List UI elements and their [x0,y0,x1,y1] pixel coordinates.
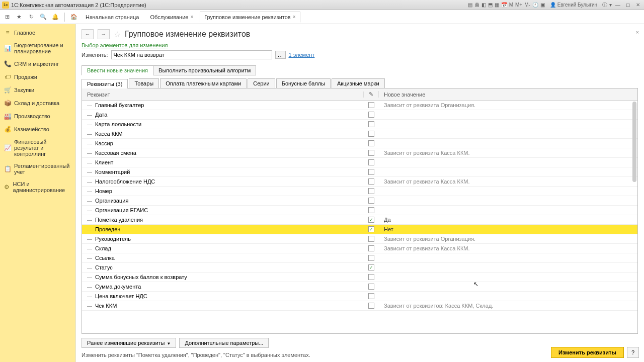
table-row[interactable]: —Организация [82,196,637,206]
sidebar-item[interactable]: 📦Склад и доставка [0,97,75,110]
table-row[interactable]: —Главный бухгалтерЗависит от реквизита О… [82,101,637,110]
col-header-name[interactable]: Реквизит [82,92,364,98]
apply-button[interactable]: Изменить реквизиты [551,347,624,358]
prev-changed-button[interactable]: Ранее изменявшие реквизиты▼ [82,338,176,348]
table-row[interactable]: —Касса ККМ [82,129,637,139]
favorite-icon[interactable]: ☆ [114,30,121,39]
tray-icon[interactable]: 🕘 [532,2,538,8]
checkbox[interactable]: ✓ [368,226,374,232]
inner-tab[interactable]: Серии [248,78,275,88]
checkbox[interactable] [368,293,374,299]
table-row[interactable]: —РуководительЗависит от реквизита Органи… [82,234,637,244]
tray-icon[interactable]: ◧ [481,2,486,8]
mode-tab-algorithm[interactable]: Выполнить произвольный алгоритм [153,65,256,75]
sidebar-item[interactable]: ⚙НСИ и администрирование [0,178,75,196]
checkbox[interactable] [368,188,374,194]
sidebar-item[interactable]: 📈Финансовый результат и контроллинг [0,136,75,160]
checkbox[interactable]: ✓ [368,264,374,270]
table-row[interactable]: —СкладЗависит от реквизита Касса ККМ. [82,244,637,253]
table-row[interactable]: —Цена включает НДС [82,292,637,301]
table-row[interactable]: —Чек ККМЗависит от реквизитов: Касса ККМ… [82,301,637,311]
home-icon[interactable]: 🏠 [69,12,79,22]
checkbox[interactable] [368,207,374,213]
sidebar-item[interactable]: 📊Бюджетирование и планирование [0,39,75,57]
checkbox[interactable] [368,150,374,156]
extra-params-button[interactable]: Дополнительные параметры... [179,338,269,348]
checkbox[interactable] [368,169,374,175]
table-row[interactable]: —Дата [82,110,637,120]
tray-icon[interactable]: M [509,2,513,8]
history-icon[interactable]: ↻ [26,12,36,22]
col-header-edit[interactable]: ✎ [364,91,379,98]
scrollbar[interactable] [632,102,636,182]
table-row[interactable]: —Комментарий [82,167,637,177]
table-row[interactable]: —Номер [82,187,637,196]
apps-icon[interactable]: ⊞ [2,12,12,22]
checkbox[interactable] [368,303,374,309]
inner-tab[interactable]: Оплата платежными картами [160,78,247,88]
table-row[interactable]: —Ссылка [82,253,637,263]
inner-tab[interactable]: Реквизиты (3) [82,79,128,88]
forward-button[interactable]: → [98,29,110,39]
table-row[interactable]: —Налогообложение НДСЗависит от реквизита… [82,177,637,187]
inner-tab[interactable]: Акцизные марки [332,78,385,88]
checkbox[interactable] [368,245,374,251]
change-input[interactable] [111,50,272,59]
select-button[interactable]: … [275,51,286,59]
checkbox[interactable] [368,140,374,146]
checkbox[interactable]: ✓ [368,217,374,223]
help-button[interactable]: ? [627,347,639,358]
table-row[interactable]: —Карта лояльности [82,120,637,129]
checkbox[interactable] [368,112,374,118]
star-icon[interactable]: ★ [14,12,24,22]
sidebar-item[interactable]: 📞CRM и маркетинг [0,57,75,70]
table-row[interactable]: —Кассир [82,139,637,148]
checkbox[interactable] [368,236,374,242]
sidebar-item[interactable]: 🛒Закупки [0,83,75,97]
close-icon[interactable]: × [293,14,296,20]
mode-tab-values[interactable]: Ввести новые значения [82,65,153,75]
dropdown-icon[interactable]: ▾ [609,2,612,8]
table-row[interactable]: —Сумма документа [82,282,637,292]
info-icon[interactable]: ⓘ [602,2,607,9]
sidebar-item[interactable]: 📋Регламентированный учет [0,160,75,178]
tray-icon[interactable]: ▦ [495,2,499,8]
search-icon[interactable]: 🔍 [38,12,48,22]
tray-icon[interactable]: ⬒ [488,2,493,8]
close-page-icon[interactable]: × [636,29,639,35]
back-button[interactable]: ← [82,29,94,39]
maximize-button[interactable]: ◻ [624,2,632,8]
checkbox[interactable] [368,255,374,261]
checkbox[interactable] [368,121,374,127]
close-button[interactable]: ✕ [634,2,642,8]
sidebar-item[interactable]: ≡Главное [0,26,75,39]
table-row[interactable]: —Сумма бонусных баллов к возврату [82,273,637,282]
tray-icon[interactable]: ▣ [540,2,545,8]
tab-home[interactable]: Начальная страница [81,12,143,23]
sidebar-item[interactable]: 🏭Производство [0,110,75,123]
count-link[interactable]: 1 элемент [289,52,315,58]
table-row[interactable]: —Статус✓ [82,263,637,273]
table-row[interactable]: —Проведен✓Нет [82,225,637,234]
checkbox[interactable] [368,131,374,137]
checkbox[interactable] [368,102,374,108]
checkbox[interactable] [368,274,374,280]
checkbox[interactable] [368,198,374,204]
close-icon[interactable]: × [190,14,193,20]
table-row[interactable]: —Клиент [82,158,637,167]
tray-icon[interactable]: ▤ [468,2,472,8]
checkbox[interactable] [368,284,374,290]
tab-service[interactable]: Обслуживание× [145,12,198,23]
checkbox[interactable] [368,159,374,165]
sidebar-item[interactable]: 🏷Продажи [0,70,75,83]
col-header-value[interactable]: Новое значение [379,92,637,98]
tray-icon[interactable]: 📅 [501,2,507,8]
user-label[interactable]: 👤 Евгений Булыгин [550,2,597,8]
tray-icon[interactable]: 🖶 [474,2,479,8]
minimize-button[interactable]: — [614,2,622,8]
select-elements-link[interactable]: Выбор элементов для изменения [82,42,168,48]
checkbox[interactable] [368,178,374,185]
tray-icon[interactable]: M- [524,2,530,8]
table-row[interactable]: —Организация ЕГАИС [82,206,637,215]
inner-tab[interactable]: Товары [129,78,159,88]
